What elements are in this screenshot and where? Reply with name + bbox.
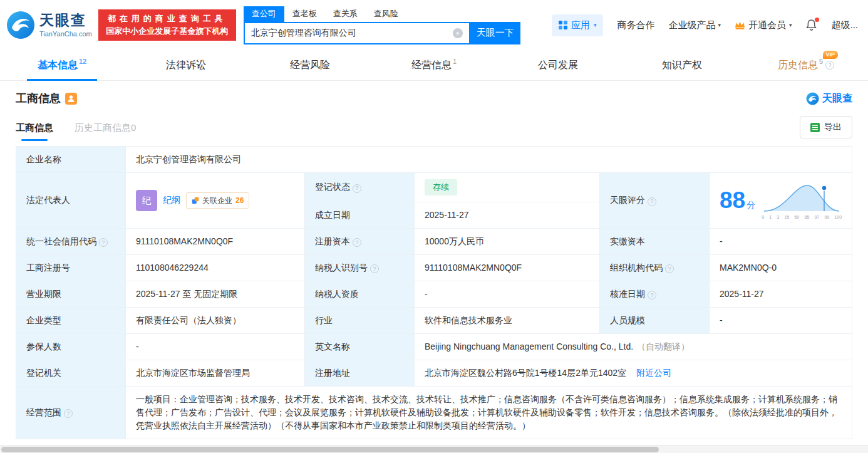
legal-rep-name-link[interactable]: 纪纲 [163, 194, 180, 207]
tab-company-development[interactable]: 公司发展 [496, 50, 620, 80]
slogan-line1: 都在用的商业查询工具 [103, 13, 231, 25]
taxpayer-id-value: 91110108MAK2MN0Q0F [415, 254, 600, 281]
paid-capital-value: - [710, 228, 852, 254]
export-button[interactable]: 导出 [800, 116, 852, 138]
search-tab-boss[interactable]: 查老板 [284, 6, 325, 22]
org-code-label-text: 组织机构代码 [610, 263, 663, 273]
help-icon: ? [64, 409, 73, 418]
tianyancha-logo-icon [6, 11, 35, 39]
industry-label: 行业 [305, 307, 415, 333]
tab-legal-proceedings[interactable]: 法律诉讼 [124, 50, 248, 80]
search-tab-relation[interactable]: 查关系 [325, 6, 366, 22]
axis-tick: 97 [814, 214, 819, 221]
user-menu[interactable]: 超级... [831, 19, 858, 31]
axis-tick: 99 [824, 214, 829, 221]
tianyancha-logo[interactable]: 天眼查 TianYanCha.com [6, 11, 92, 39]
table-row: 法定代表人 纪 纪纲 关联企业 26 [16, 173, 852, 202]
taxpayer-quality-value: - [415, 281, 600, 307]
notification-bell-icon[interactable] [805, 19, 817, 31]
reg-authority-label: 登记机关 [16, 360, 126, 386]
english-name-label: 英文名称 [305, 333, 415, 360]
axis-tick: 1 [769, 214, 772, 221]
search-tab-company[interactable]: 查公司 [244, 6, 284, 22]
reg-number-value: 110108046229244 [126, 254, 305, 281]
apps-button[interactable]: 应用 ▾ [552, 14, 604, 36]
search-input[interactable] [251, 28, 453, 38]
tianyan-score[interactable]: 88分 [720, 183, 755, 218]
english-name-cell: Beijing Ningchuang Management Consulting… [415, 333, 852, 360]
reg-address-cell: 北京市海淀区魏公村路6号院1号楼14层2单元1402室附近公司 [415, 360, 852, 386]
reg-authority-value: 北京市海淀区市场监督管理局 [126, 360, 305, 386]
company-name-value: 北京宁创管理咨询有限公司 [126, 147, 852, 173]
tab-business-info[interactable]: 经营信息 1 [372, 50, 496, 80]
table-row: 经营范围? 一般项目：企业管理咨询；技术服务、技术开发、技术咨询、技术交流、技术… [16, 386, 852, 439]
axis-tick: 50 [794, 214, 799, 221]
company-type-value: 有限责任公司（法人独资） [126, 307, 305, 333]
tab-historical-info[interactable]: 历史信息 5 ? VIP [744, 50, 868, 80]
page-title: 工商信息 [16, 91, 61, 106]
tab-basic-info-label: 基本信息 [38, 59, 78, 72]
axis-tick: 100 [834, 214, 842, 221]
tab-intellectual-property-label: 知识产权 [662, 59, 702, 72]
tab-legal-proceedings-label: 法律诉讼 [166, 59, 206, 72]
taxpayer-quality-label: 纳税人资质 [305, 281, 415, 307]
table-row: 营业期限 2025-11-27 至 无固定期限 纳税人资质 - 核准日期? 20… [16, 281, 852, 307]
subtab-history-count: 0 [131, 122, 136, 133]
business-term-value: 2025-11-27 至 无固定期限 [126, 281, 305, 307]
axis-tick: 85 [804, 214, 809, 221]
open-membership-button[interactable]: 开通会员 ▾ [735, 19, 792, 31]
export-excel-icon [810, 123, 820, 132]
score-unit: 分 [747, 200, 755, 210]
tab-basic-info-count: 12 [79, 58, 86, 65]
vip-badge: VIP [823, 51, 839, 59]
reg-address-value: 北京市海淀区魏公村路6号院1号楼14层2单元1402室 [425, 368, 626, 378]
org-code-label: 组织机构代码? [600, 254, 710, 281]
apps-label: 应用 [571, 19, 590, 31]
legal-rep-avatar[interactable]: 纪 [136, 190, 157, 211]
related-companies-badge[interactable]: 关联企业 26 [186, 192, 249, 209]
search-tab-risk[interactable]: 查风险 [366, 6, 406, 22]
help-icon: ? [665, 264, 674, 273]
tianyancha-watermark-icon [806, 92, 819, 105]
horizontal-scrollbar[interactable] [0, 445, 868, 453]
reg-address-label: 注册地址 [305, 360, 415, 386]
search-area: 查公司 查老板 查关系 查风险 × 天眼一下 [244, 6, 520, 44]
credit-code-label-text: 统一社会信用代码 [26, 236, 96, 246]
establish-date-label: 成立日期 [305, 202, 415, 228]
reg-status-label-text: 登记状态 [315, 182, 350, 192]
nav-enterprise-label: 企业级产品 [668, 19, 715, 31]
legal-rep-label: 法定代表人 [16, 173, 126, 229]
search-button[interactable]: 天眼一下 [470, 22, 520, 44]
score-curve-chart: 0 1 3 15 50 85 97 99 100 [762, 180, 842, 221]
help-icon: ? [370, 264, 379, 273]
notification-dot [815, 18, 819, 22]
clear-icon[interactable]: × [453, 28, 463, 38]
tab-intellectual-property[interactable]: 知识产权 [620, 50, 744, 80]
person-badge-icon[interactable] [65, 93, 77, 105]
help-icon: ? [99, 238, 108, 247]
nearby-companies-link[interactable]: 附近公司 [636, 368, 671, 378]
tab-basic-info[interactable]: 基本信息 12 [0, 50, 124, 80]
axis-tick: 0 [762, 214, 764, 221]
auto-translate-note: （自动翻译） [637, 341, 690, 351]
subtab-business-registration[interactable]: 工商信息 [16, 122, 53, 141]
search-box: × [244, 22, 470, 44]
tab-operational-risk[interactable]: 经营风险 [248, 50, 372, 80]
horizontal-scrollbar-thumb[interactable] [1, 447, 659, 452]
reg-capital-value: 10000万人民币 [415, 228, 600, 254]
help-icon: ? [648, 197, 656, 206]
chevron-down-icon: ▾ [594, 22, 597, 28]
business-registration-section: 工商信息 天眼查 工商信息 历史工商信息0 [0, 91, 868, 439]
legal-rep-cell: 纪 纪纲 关联企业 26 [126, 173, 305, 229]
related-companies-icon [192, 197, 199, 204]
subtab-history-label: 历史工商信息 [75, 122, 131, 133]
industry-value: 软件和信息技术服务业 [415, 307, 600, 333]
nav-business-cooperation[interactable]: 商务合作 [617, 19, 654, 31]
reg-number-label: 工商注册号 [16, 254, 126, 281]
tab-historical-info-label: 历史信息 [778, 59, 818, 72]
nav-enterprise-products[interactable]: 企业级产品 ▾ [668, 19, 721, 31]
approval-date-value: 2025-11-27 [710, 281, 852, 307]
approval-date-label-text: 核准日期 [610, 289, 645, 299]
subtab-history-registration[interactable]: 历史工商信息0 [75, 122, 136, 141]
credit-code-label: 统一社会信用代码? [16, 228, 126, 254]
